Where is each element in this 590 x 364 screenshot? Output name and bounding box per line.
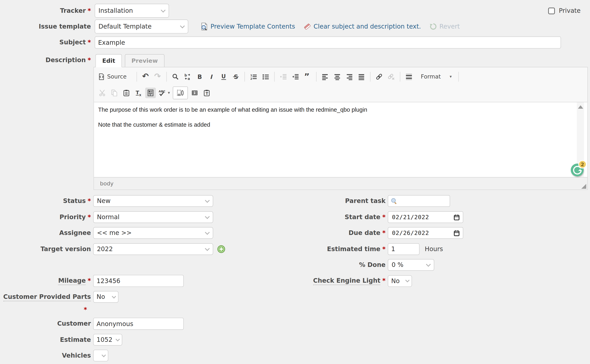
indent-button[interactable] bbox=[290, 71, 301, 82]
bold-button[interactable]: B bbox=[194, 71, 205, 82]
revert-link: Revert bbox=[439, 23, 460, 30]
check-engine-light-row: Check Engine Light* No bbox=[264, 275, 412, 287]
add-version-button[interactable] bbox=[217, 245, 225, 253]
replace-button[interactable]: ba bbox=[182, 71, 193, 82]
required-marker: * bbox=[382, 229, 385, 236]
customer-input[interactable] bbox=[93, 318, 184, 330]
svg-text:2: 2 bbox=[250, 77, 252, 80]
mileage-input[interactable] bbox=[93, 275, 184, 287]
strikethrough-icon: S bbox=[232, 73, 239, 80]
search-icon bbox=[390, 197, 398, 205]
chevron-down-icon bbox=[426, 262, 431, 266]
due-date-input[interactable]: 02/26/2022 bbox=[388, 227, 463, 239]
numbered-list-button[interactable]: 12 bbox=[248, 71, 259, 82]
issue-template-label: Issue template bbox=[0, 23, 91, 30]
estimate-value: 1052 bbox=[97, 336, 112, 344]
placeholder-button[interactable] bbox=[173, 86, 188, 99]
percent-done-value: 0 % bbox=[392, 261, 403, 268]
preview-template-link[interactable]: Preview Template Contents bbox=[210, 23, 295, 30]
required-marker: * bbox=[87, 197, 91, 204]
element-path-label: body bbox=[100, 180, 114, 186]
priority-select[interactable]: Normal bbox=[93, 211, 213, 223]
issue-template-select[interactable]: Default Template bbox=[95, 20, 188, 33]
media-embed-icon bbox=[191, 89, 198, 96]
paste-button[interactable] bbox=[121, 87, 132, 98]
format-dropdown[interactable]: Format▾ bbox=[416, 71, 455, 82]
svg-text:I: I bbox=[150, 93, 151, 96]
media-embed-button[interactable] bbox=[189, 87, 200, 98]
div-container-button[interactable] bbox=[403, 71, 414, 82]
percent-done-select[interactable]: 0 % bbox=[388, 259, 434, 271]
templates-button[interactable]: I bbox=[145, 87, 156, 98]
grammarly-badge: 2 bbox=[578, 160, 587, 169]
start-date-input[interactable]: 02/21/2022 bbox=[388, 211, 463, 223]
status-label: Status* bbox=[0, 197, 91, 205]
undo-icon: ↶ bbox=[142, 72, 149, 80]
chevron-down-icon bbox=[116, 337, 120, 341]
priority-row: Priority* Normal bbox=[0, 211, 213, 223]
underline-button[interactable]: U bbox=[218, 71, 229, 82]
issue-edit-form: Tracker* Installation Private Issue temp… bbox=[0, 0, 590, 364]
svg-text:T: T bbox=[205, 91, 208, 96]
toolbar-separator bbox=[274, 72, 275, 82]
tracker-select[interactable]: Installation bbox=[95, 4, 169, 18]
tab-edit[interactable]: Edit bbox=[95, 54, 122, 67]
tab-preview[interactable]: Preview bbox=[125, 54, 164, 67]
align-right-button[interactable] bbox=[344, 71, 354, 82]
vehicles-row: Vehicles bbox=[0, 350, 108, 361]
preview-template-icon bbox=[200, 23, 208, 31]
bulleted-list-button[interactable] bbox=[260, 71, 271, 82]
grammarly-widget[interactable]: 2 bbox=[571, 164, 583, 176]
status-select[interactable]: New bbox=[93, 195, 213, 207]
paste-plain-text-button[interactable]: T bbox=[201, 87, 212, 98]
source-button-label: Source bbox=[107, 73, 127, 80]
estimate-select[interactable]: 1052 bbox=[93, 334, 122, 345]
subject-input[interactable] bbox=[95, 37, 561, 49]
align-center-button[interactable] bbox=[332, 71, 342, 82]
assignee-select[interactable]: << me >> bbox=[93, 227, 213, 239]
spellcheck-button[interactable]: ABC▾ bbox=[157, 87, 171, 98]
justify-button[interactable] bbox=[356, 71, 367, 82]
editor-toolbar: Source↶↷baBIUS12”Format▾ TxIABC▾T bbox=[94, 67, 587, 102]
customer-provided-parts-select[interactable]: No bbox=[93, 291, 118, 303]
link-button[interactable] bbox=[374, 71, 384, 82]
calendar-icon bbox=[453, 230, 460, 236]
editor-resize-handle[interactable] bbox=[581, 184, 586, 188]
editor-content-area[interactable]: The purpose of this work order is to be … bbox=[94, 102, 587, 177]
strikethrough-button[interactable]: S bbox=[230, 71, 241, 82]
chevron-down-icon bbox=[161, 8, 166, 12]
description-row: Description* Edit Preview bbox=[0, 54, 165, 67]
priority-value: Normal bbox=[97, 214, 120, 221]
blockquote-button[interactable]: ” bbox=[302, 71, 313, 82]
description-text[interactable]: The purpose of this work order is to be … bbox=[94, 102, 587, 129]
align-right-icon bbox=[346, 73, 353, 80]
chevron-down-icon bbox=[205, 214, 210, 219]
clear-subject-description-link[interactable]: Clear subject and description text. bbox=[314, 23, 421, 30]
check-engine-light-select[interactable]: No bbox=[388, 275, 412, 287]
undo-button[interactable]: ↶ bbox=[140, 71, 151, 82]
toolbar-separator bbox=[244, 72, 245, 82]
plus-icon bbox=[217, 245, 225, 253]
chevron-down-icon bbox=[205, 230, 210, 234]
source-button[interactable]: Source bbox=[97, 71, 128, 82]
chevron-down-icon bbox=[112, 294, 116, 298]
format-dropdown-label: Format bbox=[421, 73, 441, 80]
description-editor: Source↶↷baBIUS12”Format▾ TxIABC▾T The pu… bbox=[94, 67, 588, 190]
chevron-down-icon bbox=[180, 23, 185, 28]
chevron-down-icon bbox=[102, 353, 106, 357]
required-marker: * bbox=[382, 245, 385, 253]
paste-plain-text-icon: T bbox=[203, 89, 210, 96]
target-version-select[interactable]: 2022 bbox=[93, 243, 213, 255]
remove-format-button[interactable]: Tx bbox=[133, 87, 144, 98]
vehicles-select[interactable] bbox=[93, 350, 108, 361]
subject-row: Subject* bbox=[0, 37, 561, 49]
italic-button[interactable]: I bbox=[206, 71, 217, 82]
align-left-button[interactable] bbox=[320, 71, 330, 82]
find-button[interactable] bbox=[170, 71, 181, 82]
estimated-time-row: Estimated time* Hours bbox=[264, 243, 443, 255]
estimated-time-input[interactable] bbox=[388, 243, 419, 255]
start-date-row: Start date* 02/21/2022 bbox=[264, 211, 463, 223]
private-checkbox[interactable] bbox=[548, 7, 555, 14]
scroll-up-icon[interactable] bbox=[578, 105, 583, 109]
target-version-value: 2022 bbox=[97, 246, 113, 253]
